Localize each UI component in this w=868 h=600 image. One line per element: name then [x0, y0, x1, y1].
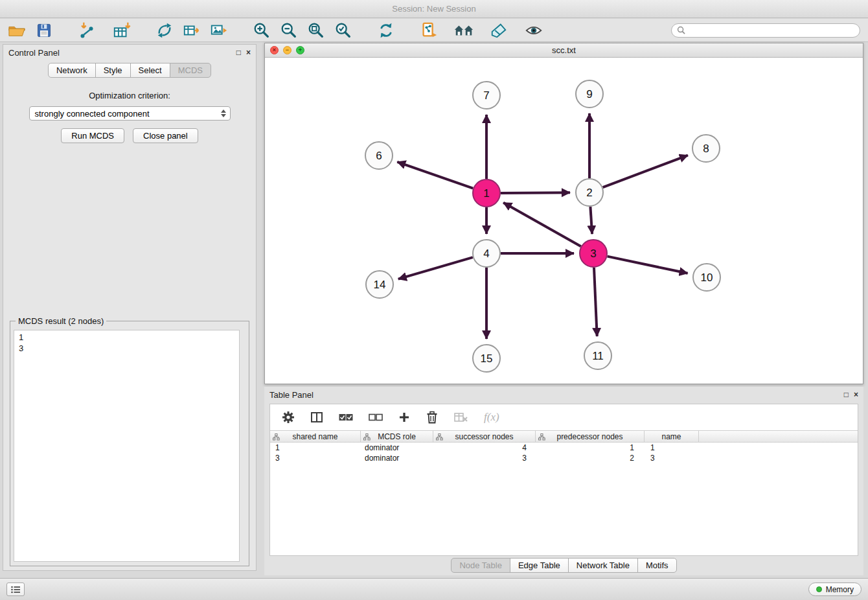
- network-node-9[interactable]: 9: [576, 80, 603, 108]
- network-window-title: scc.txt: [552, 45, 576, 55]
- cell-predecessor-nodes[interactable]: 2: [536, 454, 645, 463]
- column-tree-icon: [273, 433, 280, 441]
- network-node-14[interactable]: 14: [366, 271, 393, 298]
- cell-mcds-role[interactable]: dominator: [361, 443, 433, 452]
- column-header-shared-name[interactable]: shared name: [270, 431, 361, 442]
- memory-button[interactable]: Memory: [808, 583, 862, 596]
- list-icon: [11, 586, 21, 594]
- table-row[interactable]: 1 dominator 4 1 1: [270, 443, 858, 453]
- cell-shared-name[interactable]: 1: [270, 443, 361, 452]
- plus-icon: [398, 411, 410, 423]
- criterion-dropdown[interactable]: strongly connected component: [29, 106, 231, 121]
- home-button[interactable]: [452, 20, 475, 41]
- network-node-2[interactable]: 2: [576, 179, 603, 206]
- delete-column-button[interactable]: [426, 411, 439, 424]
- network-node-7[interactable]: 7: [473, 82, 500, 109]
- window-zoom-icon[interactable]: +: [296, 46, 304, 54]
- network-edge-2-8[interactable]: [603, 156, 688, 188]
- save-session-button[interactable]: [32, 20, 56, 41]
- tab-select[interactable]: Select: [130, 63, 170, 78]
- network-node-3[interactable]: 3: [580, 240, 607, 267]
- deselect-all-button[interactable]: [369, 413, 383, 421]
- mcds-result-line: 1: [19, 332, 239, 343]
- network-node-8[interactable]: 8: [692, 135, 720, 162]
- network-edge-3-1[interactable]: [503, 203, 581, 247]
- table-header-filler: [699, 431, 858, 442]
- network-node-15[interactable]: 15: [473, 345, 500, 372]
- close-panel-icon[interactable]: ×: [246, 49, 251, 56]
- network-edge-1-2[interactable]: [501, 192, 570, 193]
- network-edge-3-10[interactable]: [608, 257, 688, 273]
- network-edge-4-14[interactable]: [398, 257, 473, 279]
- cell-name[interactable]: 3: [645, 454, 699, 463]
- network-canvas[interactable]: 7968124310141511: [265, 58, 863, 384]
- document-share-button[interactable]: [417, 20, 440, 41]
- cell-mcds-role[interactable]: dominator: [361, 454, 433, 463]
- search-input[interactable]: [689, 25, 854, 35]
- cell-successor-nodes[interactable]: 4: [433, 443, 536, 452]
- tab-style[interactable]: Style: [95, 63, 131, 78]
- import-table-button[interactable]: [110, 20, 133, 41]
- cell-shared-name[interactable]: 3: [270, 454, 361, 463]
- svg-text:3: 3: [590, 248, 596, 260]
- close-panel-icon[interactable]: ×: [854, 391, 858, 398]
- tab-network-table[interactable]: Network Table: [568, 558, 638, 573]
- network-node-4[interactable]: 4: [473, 240, 500, 267]
- import-network-button[interactable]: [75, 20, 98, 41]
- network-edge-2-3[interactable]: [590, 207, 592, 234]
- float-panel-icon[interactable]: □: [236, 49, 241, 56]
- window-close-icon[interactable]: ×: [270, 46, 279, 54]
- zoom-selected-button[interactable]: [332, 20, 355, 41]
- table-panel-tabs: Node Table Edge Table Network Table Moti…: [264, 558, 863, 573]
- network-node-6[interactable]: 6: [365, 142, 393, 169]
- cell-predecessor-nodes[interactable]: 1: [536, 443, 645, 452]
- close-panel-button[interactable]: Close panel: [133, 128, 198, 143]
- table-settings-button[interactable]: [282, 411, 295, 424]
- select-all-button[interactable]: [339, 413, 353, 421]
- float-panel-icon[interactable]: □: [844, 391, 849, 398]
- search-icon: [677, 26, 685, 34]
- table-row[interactable]: 3 dominator 3 2 3: [270, 453, 858, 463]
- column-header-successor-nodes[interactable]: successor nodes: [433, 431, 536, 442]
- show-columns-button[interactable]: [310, 411, 323, 424]
- table-header-row: shared name MCDS role: [270, 430, 858, 443]
- search-box[interactable]: [671, 23, 860, 38]
- zoom-fit-button[interactable]: [304, 20, 328, 41]
- criterion-dropdown-value: strongly connected component: [35, 109, 150, 119]
- style-apply-button[interactable]: [487, 20, 510, 41]
- refresh-button[interactable]: [374, 20, 398, 41]
- add-column-button[interactable]: [398, 411, 410, 423]
- column-header-name[interactable]: name: [645, 431, 699, 442]
- cell-successor-nodes[interactable]: 3: [433, 454, 536, 463]
- tab-motifs[interactable]: Motifs: [637, 558, 677, 573]
- network-window-titlebar[interactable]: × − + scc.txt: [265, 43, 863, 58]
- function-builder-button[interactable]: f(x): [484, 411, 499, 424]
- zoom-out-button[interactable]: [277, 20, 301, 41]
- export-image-button[interactable]: [207, 20, 231, 41]
- tab-network[interactable]: Network: [48, 63, 96, 78]
- delete-table-button[interactable]: [454, 411, 468, 423]
- run-mcds-button[interactable]: Run MCDS: [61, 128, 124, 143]
- network-edge-1-6[interactable]: [397, 162, 473, 189]
- tab-node-table[interactable]: Node Table: [451, 558, 510, 573]
- tab-edge-table[interactable]: Edge Table: [510, 558, 569, 573]
- share-network-button[interactable]: [153, 20, 176, 41]
- zoom-in-button[interactable]: [250, 20, 273, 41]
- svg-text:14: 14: [374, 279, 386, 291]
- window-minimize-icon[interactable]: −: [283, 46, 291, 54]
- network-edge-3-11[interactable]: [594, 268, 597, 336]
- open-file-button[interactable]: [5, 20, 29, 41]
- column-header-predecessor-nodes[interactable]: predecessor nodes: [536, 431, 645, 442]
- column-header-mcds-role[interactable]: MCDS role: [361, 431, 433, 442]
- export-table-button[interactable]: [180, 20, 203, 41]
- task-history-button[interactable]: [6, 583, 25, 596]
- status-bar: Memory: [0, 578, 868, 600]
- network-node-1[interactable]: 1: [473, 179, 500, 207]
- doc-share-icon: [420, 21, 438, 40]
- cell-name[interactable]: 1: [645, 443, 699, 452]
- show-hide-button[interactable]: [522, 20, 545, 41]
- network-node-11[interactable]: 11: [584, 342, 611, 369]
- tab-mcds[interactable]: MCDS: [170, 63, 211, 78]
- mcds-result-list[interactable]: 1 3: [14, 330, 240, 562]
- network-node-10[interactable]: 10: [693, 264, 720, 291]
